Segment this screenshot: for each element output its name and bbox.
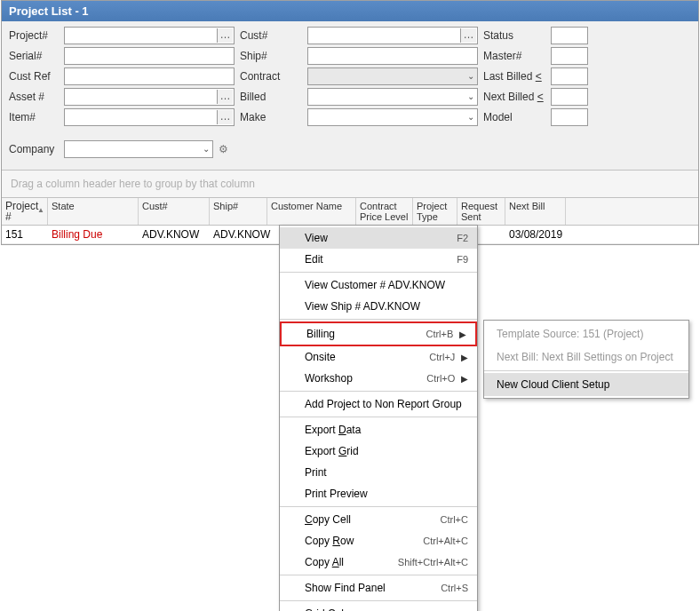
ship-input[interactable] — [307, 47, 478, 65]
col-state[interactable]: State — [48, 198, 139, 225]
model-input[interactable] — [551, 108, 588, 126]
serial-label: Serial# — [9, 50, 62, 62]
menu-separator — [484, 370, 688, 371]
item-input[interactable]: … — [64, 108, 235, 126]
cust-input[interactable]: … — [307, 27, 478, 44]
filter-panel: Project# … Cust# … Status Serial# Ship# … — [2, 21, 698, 171]
make-label: Make — [236, 111, 306, 123]
menu-copy-row[interactable]: Copy RowCtrl+Alt+C — [280, 530, 477, 551]
cell-cust: ADV.KNOW — [139, 226, 210, 243]
col-ship[interactable]: Ship# — [210, 198, 267, 225]
make-select[interactable]: ⌄ — [307, 108, 478, 126]
company-select[interactable]: ⌄ — [64, 140, 213, 158]
menu-copy-cell[interactable]: Copy CellCtrl+C — [280, 509, 477, 530]
company-label: Company — [9, 143, 62, 155]
contract-label: Contract — [236, 70, 306, 83]
menu-separator — [280, 272, 477, 273]
menu-separator — [280, 319, 477, 320]
menu-add-nonreport[interactable]: Add Project to Non Report Group — [280, 393, 477, 415]
ship-label: Ship# — [236, 50, 306, 62]
menu-view[interactable]: ViewF2 — [280, 227, 477, 249]
cell-ship: ADV.KNOW — [210, 226, 267, 243]
submenu-template-source: Template Source: 151 (Project) — [484, 322, 688, 345]
menu-separator — [280, 600, 477, 601]
status-label: Status — [480, 29, 549, 42]
menu-separator — [280, 506, 477, 507]
asset-label: Asset # — [9, 91, 62, 103]
master-label: Master# — [480, 50, 549, 62]
submenu-arrow-icon: ▶ — [461, 374, 468, 384]
nextbilled-label: Next Billed < — [480, 91, 549, 103]
asset-lookup-button[interactable]: … — [217, 90, 233, 104]
col-nextbill[interactable]: Next Bill — [505, 198, 566, 225]
item-lookup-button[interactable]: … — [217, 110, 233, 124]
project-lookup-button[interactable]: … — [217, 28, 233, 43]
cell-nextbill: 03/08/2019 — [505, 226, 566, 243]
menu-grid-columns[interactable]: Grid Columns... — [280, 603, 477, 611]
col-contractprice[interactable]: Contract Price Level — [356, 198, 413, 225]
item-label: Item# — [9, 111, 62, 123]
chevron-down-icon: ⌄ — [467, 91, 474, 101]
nextbilled-input[interactable] — [551, 88, 588, 106]
menu-onsite[interactable]: OnsiteCtrl+J ▶ — [280, 346, 477, 368]
master-input[interactable] — [551, 47, 588, 65]
menu-separator — [280, 391, 477, 392]
lastbilled-label: Last Billed < — [480, 70, 549, 83]
menu-export-data[interactable]: Export Data — [280, 419, 477, 440]
menu-view-ship[interactable]: View Ship # ADV.KNOW — [280, 296, 477, 317]
menu-workshop[interactable]: WorkshopCtrl+O ▶ — [280, 368, 477, 389]
menu-copy-all[interactable]: Copy AllShift+Ctrl+Alt+C — [280, 551, 477, 573]
col-cust[interactable]: Cust# — [139, 198, 210, 225]
project-label: Project# — [9, 29, 62, 42]
cust-label: Cust# — [236, 29, 306, 42]
custref-label: Cust Ref — [9, 70, 62, 83]
project-list-window: Project List - 1 Project# … Cust# … Stat… — [1, 0, 699, 245]
cell-project: 151 — [2, 226, 48, 243]
menu-separator — [280, 575, 477, 575]
menu-edit[interactable]: EditF9 — [280, 249, 477, 270]
menu-export-grid[interactable]: Export Grid — [280, 440, 477, 462]
menu-print-preview[interactable]: Print Preview — [280, 483, 477, 504]
menu-billing[interactable]: BillingCtrl+B ▶ — [280, 321, 477, 346]
submenu-new-cloud-client[interactable]: New Cloud Client Setup — [484, 373, 688, 396]
custref-input[interactable] — [64, 67, 235, 85]
billed-select[interactable]: ⌄ — [307, 88, 478, 106]
menu-show-find[interactable]: Show Find PanelCtrl+S — [280, 577, 477, 599]
menu-view-customer[interactable]: View Customer # ADV.KNOW — [280, 274, 477, 296]
project-input[interactable]: … — [64, 27, 235, 44]
col-projtype[interactable]: Project Type — [413, 198, 457, 225]
chevron-down-icon: ⌄ — [467, 71, 474, 81]
menu-print[interactable]: Print — [280, 462, 477, 483]
cust-lookup-button[interactable]: … — [460, 28, 476, 43]
asset-input[interactable]: … — [64, 88, 235, 106]
submenu-arrow-icon: ▶ — [461, 353, 468, 362]
lastbilled-input[interactable] — [551, 67, 588, 85]
submenu-next-bill: Next Bill: Next Bill Settings on Project — [484, 345, 688, 369]
menu-separator — [280, 417, 477, 417]
title-bar: Project List - 1 — [2, 1, 698, 21]
submenu-arrow-icon: ▶ — [459, 329, 466, 339]
group-by-hint[interactable]: Drag a column header here to group by th… — [2, 171, 698, 198]
serial-input[interactable] — [64, 47, 235, 65]
cell-state: Billing Due — [48, 226, 139, 243]
billing-submenu: Template Source: 151 (Project) Next Bill… — [483, 320, 689, 399]
col-project[interactable]: Project #▲ — [2, 198, 48, 225]
status-input[interactable] — [551, 27, 588, 44]
col-reqsent[interactable]: Request Sent — [457, 198, 505, 225]
grid-header: Project #▲ State Cust# Ship# Customer Na… — [2, 198, 698, 226]
model-label: Model — [480, 111, 549, 123]
context-menu: ViewF2 EditF9 View Customer # ADV.KNOW V… — [279, 225, 478, 611]
contract-select[interactable]: ⌄ — [307, 67, 478, 85]
col-custname[interactable]: Customer Name — [267, 198, 356, 225]
chevron-down-icon: ⌄ — [203, 144, 210, 154]
chevron-down-icon: ⌄ — [467, 112, 474, 122]
billed-label: Billed — [236, 91, 306, 103]
gear-icon[interactable]: ⚙ — [219, 143, 228, 155]
sort-asc-icon: ▲ — [37, 205, 44, 216]
